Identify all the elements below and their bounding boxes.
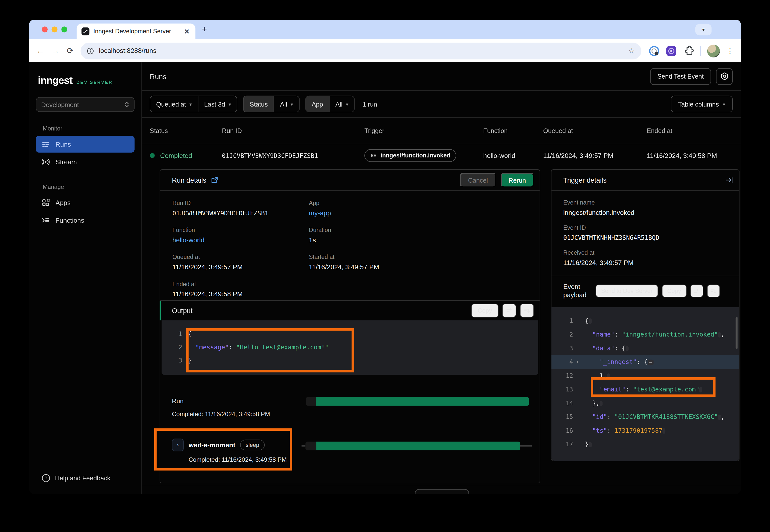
fold-caret-icon[interactable] — [573, 314, 582, 328]
settings-gear-button[interactable] — [716, 68, 733, 85]
traffic-maximize-icon[interactable] — [61, 26, 67, 32]
external-link-icon[interactable] — [211, 177, 218, 183]
address-bar[interactable]: localhost:8288/runs ☆ — [81, 42, 641, 59]
trigger-details-title: Trigger details — [563, 176, 607, 184]
bookmark-star-icon[interactable]: ☆ — [628, 46, 635, 55]
code-text: } — [182, 354, 192, 367]
json-key-token: "_inngest" — [600, 358, 637, 365]
chevron-down-icon: ▾ — [189, 101, 192, 107]
fold-ellipsis-icon[interactable] — [600, 401, 603, 406]
trigger-details-panel: Trigger details Event name inngest/funct… — [551, 169, 740, 461]
payload-scrollbar[interactable] — [736, 317, 738, 349]
sidebar: inngest DEV SERVER Development Monitor R… — [29, 62, 142, 494]
run-timeline-bar[interactable] — [306, 397, 529, 406]
help-and-feedback[interactable]: ? Help and Feedback — [42, 474, 110, 482]
json-token: : — [229, 343, 236, 351]
list-arrow-down-icon — [523, 307, 530, 314]
browser-menu-icon[interactable]: ⋮ — [726, 46, 734, 55]
sidebar-item-runs[interactable]: Runs — [36, 136, 134, 153]
tab-search-chevron-icon[interactable]: ▾ — [695, 24, 712, 35]
password-manager-icon[interactable] — [649, 45, 660, 56]
column-header[interactable]: Status — [150, 127, 222, 134]
field-event-id: Event ID 01JCVBTMTKNHNHZ3SN64R51BQD — [563, 224, 727, 241]
column-header[interactable]: Function — [483, 127, 543, 134]
column-header[interactable]: Queued at — [543, 127, 647, 134]
fold-caret-icon[interactable] — [573, 438, 582, 451]
extension-row: ⋮ — [649, 44, 734, 57]
fold-ellipsis-icon[interactable] — [607, 373, 610, 379]
send-test-event-button[interactable]: Send Test Event — [650, 68, 711, 85]
payload-word-wrap-button[interactable] — [690, 285, 703, 297]
fold-ellipsis-icon[interactable] — [663, 428, 666, 434]
fold-caret-icon[interactable] — [573, 369, 582, 383]
back-icon[interactable]: ← — [36, 47, 44, 55]
table-columns-button[interactable]: Table columns ▾ — [671, 96, 733, 112]
browser-tab[interactable]: Inngest Development Server ✕ — [77, 23, 196, 39]
output-copy-button[interactable]: Copy — [471, 304, 498, 318]
traffic-minimize-icon[interactable] — [52, 26, 57, 32]
field-run-id: Run ID 01JCVBTMV3WXY9D3CFDEJFZSB1 — [172, 200, 309, 217]
fold-caret-icon[interactable]: › — [573, 355, 582, 369]
table-row[interactable]: Completed 01JCVBTMV3WXY9D3CFDEJFZSB1 inn… — [142, 144, 741, 167]
sidebar-item-functions[interactable]: Functions — [36, 212, 134, 228]
sleep-queued-segment — [305, 442, 316, 450]
fold-caret-icon[interactable] — [573, 424, 582, 438]
profile-avatar[interactable] — [707, 44, 720, 57]
fold-ellipsis-icon[interactable] — [699, 387, 702, 392]
fold-ellipsis-icon[interactable] — [589, 442, 592, 447]
code-line: 3 } — [161, 354, 538, 367]
time-range-dropdown[interactable]: Last 3d ▾ — [198, 96, 237, 112]
field-value: inngest/function.invoked — [563, 209, 727, 216]
json-token: : { — [615, 344, 626, 352]
status-filter-dropdown[interactable]: All ▾ — [274, 96, 299, 112]
function-link[interactable]: hello-world — [172, 237, 309, 244]
apps-icon — [42, 199, 50, 207]
time-field-dropdown[interactable]: Queued at ▾ — [150, 96, 198, 112]
fold-caret-icon[interactable] — [573, 328, 582, 342]
fold-caret-icon[interactable] — [573, 396, 582, 410]
code-text: "id": "01JCVBTMTKR41S8STTKEXSKX6C", — [582, 410, 725, 424]
tab-close-icon[interactable]: ✕ — [183, 28, 190, 35]
step-timeline-bar[interactable] — [302, 442, 532, 450]
fold-ellipsis-icon[interactable] — [718, 415, 721, 420]
monitor-section-label: Monitor — [43, 125, 134, 132]
column-header[interactable]: Ended at — [647, 127, 741, 134]
send-to-dev-server-button[interactable]: Send to Dev Server — [596, 285, 658, 297]
scroll-to-bottom-button[interactable] — [520, 304, 534, 318]
environment-select[interactable]: Development — [36, 97, 134, 112]
line-number: 1 — [551, 314, 573, 328]
reload-icon[interactable]: ⟳ — [67, 47, 73, 55]
fold-caret-icon[interactable] — [573, 410, 582, 424]
forward-icon[interactable]: → — [52, 47, 59, 55]
app-link[interactable]: my-app — [309, 210, 528, 217]
collapse-panel-icon[interactable] — [725, 177, 733, 183]
expand-step-button[interactable]: › — [172, 439, 184, 451]
extensions-puzzle-icon[interactable] — [683, 45, 694, 56]
payload-scroll-bottom-button[interactable] — [707, 285, 720, 297]
site-info-icon[interactable] — [87, 47, 94, 54]
fold-caret-icon[interactable] — [573, 383, 582, 396]
payload-copy-button[interactable]: Copy — [662, 285, 686, 297]
cutoff-button[interactable] — [415, 489, 469, 494]
fold-ellipsis-icon[interactable] — [718, 332, 721, 338]
event-payload-label: Event payload — [563, 283, 592, 299]
sidebar-item-stream[interactable]: Stream — [36, 154, 134, 170]
fold-caret-icon[interactable] — [573, 342, 582, 355]
traffic-close-icon[interactable] — [42, 26, 48, 32]
json-token: : — [615, 331, 622, 338]
word-wrap-button[interactable] — [502, 304, 516, 318]
app-filter-dropdown[interactable]: All ▾ — [329, 96, 354, 112]
fold-ellipsis-icon[interactable]: ⋯ — [648, 360, 654, 365]
sidebar-item-apps[interactable]: Apps — [36, 194, 134, 211]
new-tab-button[interactable]: + — [202, 24, 207, 34]
status-filter-label: Status — [244, 96, 274, 112]
trigger-event-pill[interactable]: inngest/function.invoked — [364, 149, 456, 162]
cancel-button[interactable]: Cancel — [460, 173, 496, 187]
column-header[interactable]: Trigger — [364, 127, 483, 134]
trigger-fields: Event name inngest/function.invoked Even… — [551, 191, 739, 276]
fold-ellipsis-icon[interactable] — [626, 346, 629, 351]
column-header[interactable]: Run ID — [222, 127, 364, 134]
fold-ellipsis-icon[interactable] — [589, 318, 592, 324]
rerun-button[interactable]: Rerun — [501, 173, 534, 187]
purple-extension-icon[interactable] — [666, 45, 677, 56]
